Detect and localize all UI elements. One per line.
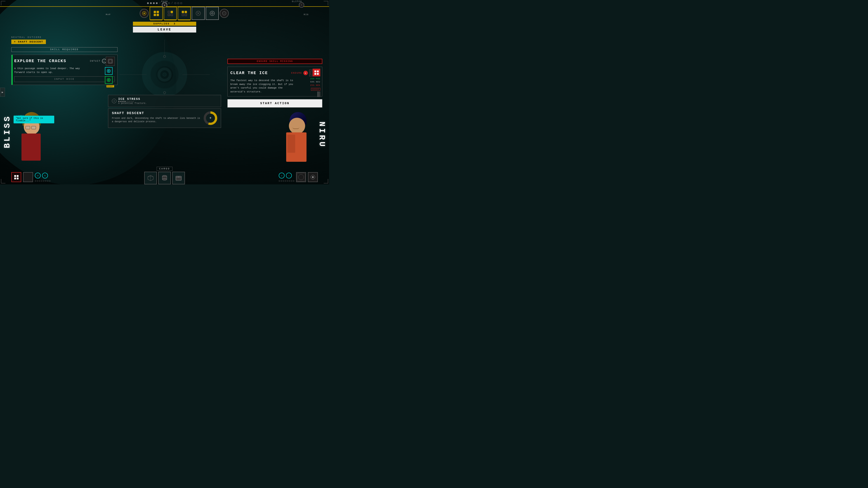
char-bottom-left: ↺ ↻ (11, 172, 51, 182)
circle-inner: + (206, 113, 215, 123)
endure-missing-bar: ENDURE SKILL MISSING (227, 59, 322, 64)
right-die-1[interactable] (308, 172, 318, 182)
rig-label: RIG (304, 13, 309, 16)
supplies-bar: SUPPLIES 3 (133, 22, 196, 26)
cargo-item-3[interactable] (172, 172, 185, 184)
bliss-glasses (26, 126, 36, 129)
map-icon[interactable] (140, 9, 149, 18)
explore-section: EXPLORE THE CRACKS INTUIT ◎ A thin passa… (11, 55, 118, 85)
cyan-die-minus: - (114, 70, 116, 72)
supplies-count: 3 (174, 23, 176, 25)
track-d5 (43, 180, 44, 182)
cargo-label: CARGO (157, 167, 173, 171)
speech-bubble: "Not sure if this is fixable..." (13, 116, 54, 123)
endure-circle: ● (303, 71, 308, 75)
ice-stress-title: ICE STRESS (118, 97, 147, 101)
cargo-item-1[interactable] (144, 172, 157, 184)
track-d2 (37, 180, 38, 182)
left-die-1[interactable] (11, 172, 21, 182)
track-dot-1 (147, 2, 149, 4)
card-1[interactable] (150, 7, 163, 20)
left-char-controls: ↺ ↻ (35, 173, 51, 182)
slash-1: / (159, 2, 160, 4)
right-char-controls: ↺ ⇒ (279, 173, 294, 182)
shaft-descent-text: Frozen and dark, descending the shaft to… (112, 117, 200, 123)
svg-point-8 (144, 13, 145, 14)
top-hud: PUSH ▲ GLITCH ⚙ / / MAP RIG (0, 0, 329, 29)
green-die[interactable] (105, 76, 113, 84)
red-die[interactable] (313, 69, 320, 76)
center-cards: ✕ ICE STRESS A potential fracture. (108, 95, 221, 128)
glitch-icon[interactable]: ⚙ (299, 2, 304, 8)
card-4[interactable] (192, 7, 205, 20)
track-d6 (45, 180, 46, 182)
card-5[interactable] (206, 7, 219, 20)
rig-icon[interactable] (220, 9, 229, 18)
track-d7 (47, 180, 49, 182)
r-track-d5 (287, 180, 288, 182)
track-dot-9 (178, 2, 179, 4)
niru-jacket-left (287, 135, 295, 153)
leave-button[interactable]: LEAVE (133, 27, 196, 33)
track-d4 (41, 180, 42, 182)
track-dot-7 (168, 2, 170, 4)
track-dot-6 (165, 2, 167, 4)
shaft-progress-circle: + (204, 111, 217, 125)
ice-stress-sub: A potential fracture. (118, 102, 147, 105)
shaft-descent-title: SHAFT DESCENT (112, 111, 200, 115)
map-label: MAP (106, 13, 111, 16)
right-action-btn-2[interactable]: ⇒ (286, 173, 292, 178)
card-2-underline (164, 20, 176, 20)
svg-point-0 (163, 73, 166, 76)
cyan-die[interactable] (105, 67, 113, 75)
ice-stress-card: ✕ ICE STRESS A potential fracture. (108, 95, 221, 107)
action-btn-rotate[interactable]: ↺ (35, 173, 41, 178)
card-row (140, 7, 229, 20)
cargo-item-3-wrapper: 3/5 (172, 172, 185, 184)
card-3-underline (178, 20, 190, 20)
left-action-buttons: ↺ ↻ (35, 173, 51, 178)
skill-required-bar: SKILL REQUIRED (11, 47, 118, 52)
pct-neg: 25% NEG (310, 84, 320, 87)
clear-header: CLEAR THE ICE ENDURE ● - (230, 70, 319, 76)
left-panel: NEUTRAL OUTCOME + SHAFT DESCENT SKILL RE… (11, 36, 118, 85)
r-track-d1 (279, 180, 280, 182)
card-1-underline (150, 20, 162, 20)
percent-list: 25% POS 50% NEU 25% NEG (310, 77, 320, 87)
cargo-items: 0 3/10 (144, 172, 185, 184)
cargo-item-1-wrapper: 0 (144, 172, 157, 184)
r-track-d8 (293, 180, 294, 182)
top-track: / / (147, 2, 182, 4)
left-char-track (35, 180, 51, 182)
clear-text: The fastest way to descend the shaft is … (230, 78, 293, 94)
r-track-d4 (285, 180, 286, 182)
niru-body (286, 132, 307, 162)
right-action-btn-1[interactable]: ↺ (279, 173, 285, 178)
cargo-item-2[interactable] (158, 172, 171, 184)
svg-rect-28 (178, 177, 180, 177)
explore-header: EXPLORE THE CRACKS INTUIT ◎ (14, 58, 115, 64)
shaft-descent-card: SHAFT DESCENT Frozen and dark, descendin… (108, 108, 221, 128)
left-panel-toggle[interactable]: ▶ (0, 88, 5, 97)
clear-section: CLEAR THE ICE ENDURE ● - The fastest way… (227, 67, 322, 96)
action-btn-fast[interactable]: ↻ (42, 173, 48, 178)
clear-right: 25% POS 50% NEU 25% NEG DANGER (310, 69, 320, 97)
shaft-descent-button[interactable]: + SHAFT DESCENT (11, 39, 46, 44)
track-d8 (49, 180, 51, 182)
niru-silhouette (284, 112, 315, 166)
left-die-2[interactable] (23, 172, 33, 182)
track-dot-3 (153, 2, 155, 4)
right-die-2[interactable] (296, 172, 306, 182)
green-die-minus: - (114, 78, 116, 81)
input-dice-bar[interactable]: INPUT DICE (14, 76, 115, 82)
card-3[interactable] (178, 7, 191, 20)
bliss-body (22, 133, 41, 161)
risky-badge: RISKY (106, 85, 114, 88)
track-d1 (35, 180, 36, 182)
r-track-d3 (283, 180, 284, 182)
stone-die[interactable] (106, 57, 115, 66)
explore-text: A thin passage seems to lead deeper. The… (14, 67, 82, 74)
cargo-section: CARGO 0 3/10 (144, 166, 185, 184)
pct-neu: 50% NEU (310, 80, 320, 84)
card-2[interactable] (164, 7, 177, 20)
